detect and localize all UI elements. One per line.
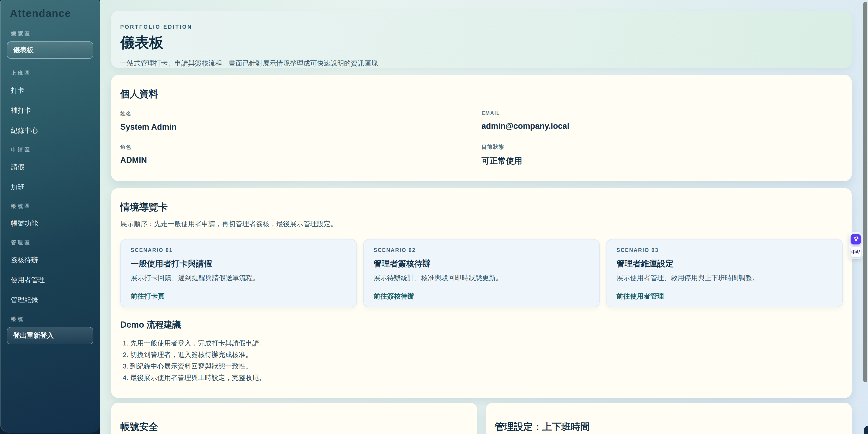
profile-field-name: 姓名 System Admin [120, 110, 482, 132]
section-label: 申請區 [7, 146, 93, 153]
demo-step: 最後展示使用者管理與工時設定，完整收尾。 [130, 372, 843, 383]
status-value: 可正常使用 [482, 156, 843, 167]
sidebar-item-approvals[interactable]: 簽核待辦 [7, 255, 93, 265]
section-label: 帳號 [7, 315, 93, 323]
field-value: ADMIN [120, 156, 482, 165]
field-value: System Admin [120, 122, 482, 132]
profile-card-title: 個人資料 [120, 88, 843, 100]
work-hours-settings-card: 管理設定：上下班時間 此設定會影響打卡遲到提醒判斷。 上班時間 下班時間 [486, 403, 852, 434]
bottom-row: 帳號安全 密碼修改與重設功能已移至帳號區，點擊後再進入對應頁面操作。 前往帳號區… [111, 403, 852, 434]
scenario-title: 管理者簽核待辦 [374, 258, 590, 269]
field-label: 姓名 [120, 110, 482, 117]
main-content: PORTFOLIO EDITION 儀表板 一站式管理打卡、申請與簽核流程。畫面… [100, 0, 868, 434]
scenario-tag: SCENARIO 01 [131, 247, 346, 253]
scenario-guide-subtitle: 展示順序：先走一般使用者申請，再切管理者簽核，最後展示管理設定。 [120, 220, 843, 229]
profile-field-grid: 姓名 System Admin EMAIL admin@company.loca… [120, 110, 843, 167]
sidebar-section-work: 上班區 打卡 補打卡 紀錄中心 [7, 70, 93, 135]
sidebar-item-admin-logs[interactable]: 管理紀錄 [7, 296, 93, 305]
section-label: 上班區 [7, 70, 93, 76]
scenario-card-1: SCENARIO 01 一般使用者打卡與請假 展示打卡回饋、遲到提醒與請假送單流… [120, 239, 357, 307]
scenario-card-3: SCENARIO 03 管理者維運設定 展示使用者管理、啟用停用與上下班時間調整… [606, 239, 843, 307]
profile-field-status: 目前狀態 可正常使用 [482, 143, 843, 167]
demo-step: 切換到管理者，進入簽核待辦完成核准。 [130, 349, 843, 360]
profile-field-email: EMAIL admin@company.local [482, 110, 843, 132]
sidebar-column: Attendance 總覽區 儀表板 上班區 打卡 補打卡 紀錄中心 申請區 請… [0, 0, 100, 434]
sidebar-item-clock-in[interactable]: 打卡 [7, 86, 93, 95]
scenario-link-user-management[interactable]: 前往使用者管理 [616, 292, 664, 301]
demo-flow-title: Demo 流程建議 [120, 319, 843, 331]
sidebar-section-overview: 總覽區 儀表板 [7, 30, 93, 59]
sidebar-item-leave[interactable]: 請假 [7, 162, 93, 172]
scenario-description: 展示待辦統計、核准與駁回即時狀態更新。 [374, 273, 590, 282]
scenario-link-clock-in-page[interactable]: 前往打卡頁 [131, 292, 164, 301]
section-label: 總覽區 [7, 30, 93, 37]
page-title: 儀表板 [120, 33, 843, 53]
demo-step: 到紀錄中心展示資料回寫與狀態一致性。 [130, 360, 843, 372]
account-security-title: 帳號安全 [120, 421, 468, 433]
scenario-guide-card: 情境導覽卡 展示順序：先走一般使用者申請，再切管理者簽核，最後展示管理設定。 S… [111, 188, 852, 398]
scenario-description: 展示打卡回饋、遲到提醒與請假送單流程。 [131, 273, 346, 282]
demo-flow-list: 先用一般使用者登入，完成打卡與請假申請。 切換到管理者，進入簽核待辦完成核准。 … [120, 337, 843, 383]
scenario-card-2: SCENARIO 02 管理者簽核待辦 展示待辦統計、核准與駁回即時狀態更新。 … [363, 239, 600, 307]
account-security-card: 帳號安全 密碼修改與重設功能已移至帳號區，點擊後再進入對應頁面操作。 前往帳號區 [111, 403, 477, 434]
scenario-link-approvals[interactable]: 前往簽核待辦 [374, 292, 414, 301]
sidebar-section-session: 帳號 登出重新登入 [7, 315, 93, 344]
browser-extension-dock: 中A✦ [849, 232, 863, 259]
scenario-grid: SCENARIO 01 一般使用者打卡與請假 展示打卡回饋、遲到提醒與請假送單流… [120, 239, 843, 307]
edition-eyebrow: PORTFOLIO EDITION [120, 24, 843, 30]
field-value: admin@company.local [482, 121, 843, 131]
sider-assistant-icon [852, 236, 859, 243]
section-label: 管理區 [7, 239, 93, 246]
app-title: Attendance [7, 8, 93, 19]
page-header-card: PORTFOLIO EDITION 儀表板 一站式管理打卡、申請與簽核流程。畫面… [111, 11, 852, 68]
assistant-button[interactable] [850, 234, 861, 244]
scenario-description: 展示使用者管理、啟用停用與上下班時間調整。 [616, 273, 832, 282]
page-description: 一站式管理打卡、申請與簽核流程。畫面已針對展示情境整理成可快速說明的資訊區塊。 [120, 59, 843, 68]
sidebar: Attendance 總覽區 儀表板 上班區 打卡 補打卡 紀錄中心 申請區 請… [0, 0, 100, 433]
demo-step: 先用一般使用者登入，完成打卡與請假申請。 [130, 337, 843, 349]
sidebar-section-account: 帳號區 帳號功能 [7, 203, 93, 228]
corner-notch [864, 426, 868, 434]
scenario-guide-title: 情境導覽卡 [120, 201, 843, 213]
sidebar-item-makeup-clock-in[interactable]: 補打卡 [7, 106, 93, 115]
scenario-tag: SCENARIO 03 [616, 247, 832, 253]
scrollbar-thumb[interactable] [863, 2, 867, 382]
sidebar-item-user-management[interactable]: 使用者管理 [7, 275, 93, 285]
section-label: 帳號區 [7, 203, 93, 209]
work-hours-title: 管理設定：上下班時間 [495, 421, 843, 433]
translate-button[interactable]: 中A✦ [850, 247, 861, 257]
scenario-title: 一般使用者打卡與請假 [131, 258, 346, 269]
logout-button[interactable]: 登出重新登入 [7, 327, 93, 344]
sidebar-section-admin: 管理區 簽核待辦 使用者管理 管理紀錄 [7, 239, 93, 305]
scenario-title: 管理者維運設定 [616, 258, 832, 269]
sidebar-item-account-functions[interactable]: 帳號功能 [7, 219, 93, 228]
scenario-tag: SCENARIO 02 [374, 247, 590, 253]
field-label: EMAIL [482, 110, 843, 116]
field-label: 目前狀態 [482, 143, 843, 151]
sidebar-item-overtime[interactable]: 加班 [7, 182, 93, 192]
sidebar-item-dashboard[interactable]: 儀表板 [7, 41, 93, 59]
sidebar-item-records-center[interactable]: 紀錄中心 [7, 126, 93, 135]
translate-icon: 中A✦ [851, 249, 860, 254]
profile-field-role: 角色 ADMIN [120, 143, 482, 167]
sidebar-section-requests: 申請區 請假 加班 [7, 146, 93, 192]
field-label: 角色 [120, 143, 482, 151]
profile-card: 個人資料 姓名 System Admin EMAIL admin@company… [111, 75, 852, 181]
